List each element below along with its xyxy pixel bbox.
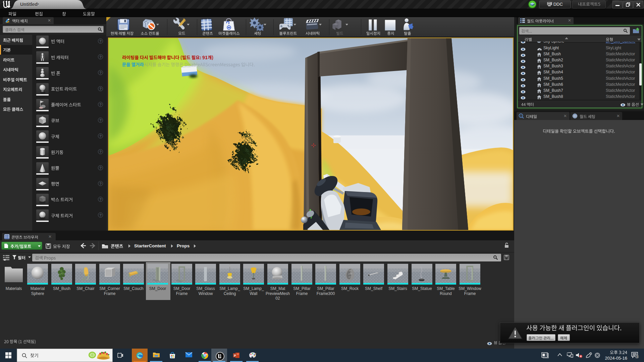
svg-text:i: i <box>521 114 522 117</box>
svg-text:3: 3 <box>636 355 638 358</box>
svg-text:P: P <box>234 354 236 357</box>
